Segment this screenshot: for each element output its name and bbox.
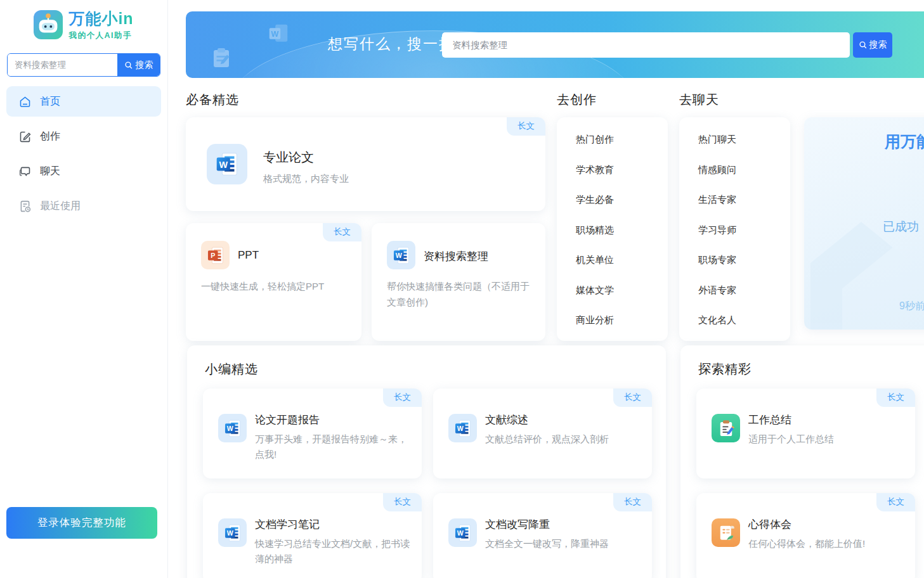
card-desc: 一键快速生成，轻松搞定PPT bbox=[201, 279, 349, 295]
card-rewrite-dedup[interactable]: 长文 文档改写降重 文档全文一键改写，降重神器 bbox=[433, 493, 652, 578]
hero-banner: 想写什么，搜一搜 搜索 bbox=[186, 11, 924, 78]
chat-item-culture[interactable]: 文化名人 bbox=[679, 305, 790, 336]
sidebar-item-create[interactable]: 创作 bbox=[6, 121, 161, 151]
sidebar: 万能小in 我的个人AI助手 搜索 首页 创作 bbox=[0, 0, 168, 578]
create-item-business[interactable]: 商业分析 bbox=[557, 305, 668, 336]
word-icon bbox=[207, 144, 247, 184]
long-text-badge: 长文 bbox=[876, 389, 915, 407]
promo-status: 已成功 bbox=[883, 219, 919, 235]
promo-card[interactable]: 用万能 已成功 9秒前 bbox=[804, 117, 924, 330]
search-icon bbox=[859, 41, 868, 49]
card-title: 资料搜索整理 bbox=[424, 249, 488, 264]
chat-item-language[interactable]: 外语专家 bbox=[679, 276, 790, 306]
scroll-orange-icon bbox=[712, 518, 740, 547]
chat-item-hot[interactable]: 热门聊天 bbox=[679, 125, 790, 155]
card-desc: 文档全文一键改写，降重神器 bbox=[485, 536, 643, 551]
login-button[interactable]: 登录体验完整功能 bbox=[6, 507, 157, 539]
word-icon bbox=[387, 241, 415, 269]
search-icon bbox=[124, 61, 133, 70]
banner-prompt: 想写什么，搜一搜 bbox=[328, 34, 455, 54]
long-text-badge: 长文 bbox=[507, 117, 545, 136]
card-title: 论文开题报告 bbox=[255, 413, 320, 427]
long-text-badge: 长文 bbox=[383, 389, 422, 407]
promo-time: 9秒前 bbox=[899, 300, 924, 313]
essentials-title: 必备精选 bbox=[186, 91, 239, 108]
card-title: 文档改写降重 bbox=[485, 517, 550, 532]
card-desc: 帮你快速搞懂各类问题（不适用于文章创作) bbox=[387, 279, 533, 311]
explore-title: 探索精彩 bbox=[698, 361, 752, 378]
home-icon bbox=[18, 95, 32, 108]
create-item-media[interactable]: 媒体文学 bbox=[557, 276, 668, 306]
chat-item-study[interactable]: 学习导师 bbox=[679, 215, 790, 246]
card-desc: 适用于个人工作总结 bbox=[748, 432, 906, 447]
create-item-student[interactable]: 学生必备 bbox=[557, 185, 668, 215]
sidebar-item-label: 创作 bbox=[40, 130, 60, 143]
brand-logo: 万能小in 我的个人AI助手 bbox=[0, 0, 167, 41]
card-desc: 文献总结评价，观点深入剖析 bbox=[485, 432, 643, 447]
create-item-hot[interactable]: 热门创作 bbox=[557, 125, 668, 155]
card-desc: 快速学习总结专业文档/文献，把书读薄的神器 bbox=[255, 536, 413, 567]
sidebar-item-label: 首页 bbox=[40, 95, 60, 108]
create-section-title: 去创作 bbox=[557, 91, 597, 108]
promo-headline: 用万能 bbox=[885, 131, 924, 152]
create-item-workplace[interactable]: 职场精选 bbox=[557, 215, 668, 246]
card-research-organize[interactable]: 资料搜索整理 帮你快速搞懂各类问题（不适用于文章创作) bbox=[372, 223, 545, 341]
banner-search-button[interactable]: 搜索 bbox=[853, 32, 892, 58]
sidebar-item-label: 最近使用 bbox=[40, 200, 81, 213]
editors-picks-title: 小编精选 bbox=[205, 361, 258, 378]
long-text-badge: 长文 bbox=[613, 389, 652, 407]
editors-picks-panel: 小编精选 长文 论文开题报告 万事开头难，开题报告特别难～来，点我! 长文 文献… bbox=[187, 345, 666, 578]
clipboard-green-icon bbox=[712, 414, 740, 442]
sidebar-item-label: 聊天 bbox=[40, 165, 60, 178]
recent-doc-icon bbox=[18, 200, 32, 213]
card-reflections[interactable]: 长文 心得体会 任何心得体会，都能上价值! bbox=[696, 493, 915, 578]
card-desc: 任何心得体会，都能上价值! bbox=[748, 536, 906, 551]
card-thesis-proposal[interactable]: 长文 论文开题报告 万事开头难，开题报告特别难～来，点我! bbox=[203, 389, 422, 478]
card-title: 文献综述 bbox=[485, 413, 528, 427]
explore-panel: 探索精彩 长文 工作总结 适用于个人工作总结 长文 心得体会 任何心得体会，都能… bbox=[680, 345, 924, 578]
chat-icon bbox=[18, 165, 32, 178]
card-desc: 格式规范，内容专业 bbox=[263, 173, 349, 185]
word-icon bbox=[218, 518, 247, 547]
sidebar-search-input[interactable] bbox=[8, 54, 117, 76]
chat-section-title: 去聊天 bbox=[679, 91, 719, 108]
sidebar-search: 搜索 bbox=[7, 53, 160, 77]
long-text-badge: 长文 bbox=[323, 223, 361, 241]
long-text-badge: 长文 bbox=[876, 493, 915, 511]
long-text-badge: 长文 bbox=[383, 493, 422, 511]
chat-item-workplace[interactable]: 职场专家 bbox=[679, 245, 790, 276]
word-icon bbox=[448, 414, 477, 442]
create-list-panel: 热门创作 学术教育 学生必备 职场精选 机关单位 媒体文学 商业分析 bbox=[557, 117, 668, 341]
sidebar-item-recent[interactable]: 最近使用 bbox=[6, 191, 161, 221]
chat-list-panel: 热门聊天 情感顾问 生活专家 学习导师 职场专家 外语专家 文化名人 bbox=[679, 117, 790, 341]
card-title: 工作总结 bbox=[748, 413, 791, 427]
banner-search-input[interactable] bbox=[442, 32, 850, 58]
robot-logo-icon bbox=[34, 10, 63, 39]
card-literature-review[interactable]: 长文 文献综述 文献总结评价，观点深入剖析 bbox=[433, 389, 652, 478]
card-title: PPT bbox=[238, 249, 259, 262]
create-item-government[interactable]: 机关单位 bbox=[557, 245, 668, 276]
create-item-academic[interactable]: 学术教育 bbox=[557, 155, 668, 186]
edit-icon bbox=[18, 130, 32, 143]
card-ppt[interactable]: 长文 PPT 一键快速生成，轻松搞定PPT bbox=[186, 223, 361, 341]
sidebar-menu: 首页 创作 聊天 最近使用 bbox=[6, 86, 161, 221]
brand-tagline: 我的个人AI助手 bbox=[68, 30, 133, 41]
card-title: 专业论文 bbox=[263, 149, 314, 166]
card-professional-paper[interactable]: 长文 专业论文 格式规范，内容专业 bbox=[186, 117, 545, 211]
sidebar-item-home[interactable]: 首页 bbox=[6, 86, 161, 117]
sidebar-item-chat[interactable]: 聊天 bbox=[6, 156, 161, 186]
card-desc: 万事开头难，开题报告特别难～来，点我! bbox=[255, 432, 413, 462]
card-title: 心得体会 bbox=[748, 517, 791, 532]
ppt-icon bbox=[201, 241, 230, 269]
word-icon bbox=[448, 518, 477, 547]
chat-item-life[interactable]: 生活专家 bbox=[679, 185, 790, 215]
sidebar-search-button[interactable]: 搜索 bbox=[117, 54, 160, 76]
brand-name: 万能小in bbox=[68, 8, 133, 29]
main-content: 想写什么，搜一搜 搜索 必备精选 去创作 去聊天 长文 专业论文 格式规范，内容… bbox=[168, 0, 924, 578]
card-study-notes[interactable]: 长文 文档学习笔记 快速学习总结专业文档/文献，把书读薄的神器 bbox=[203, 493, 422, 578]
clipboard-deco-icon bbox=[210, 46, 233, 69]
long-text-badge: 长文 bbox=[613, 493, 652, 511]
chat-item-emotion[interactable]: 情感顾问 bbox=[679, 155, 790, 186]
card-title: 文档学习笔记 bbox=[255, 517, 320, 532]
card-work-summary[interactable]: 长文 工作总结 适用于个人工作总结 bbox=[696, 389, 915, 478]
